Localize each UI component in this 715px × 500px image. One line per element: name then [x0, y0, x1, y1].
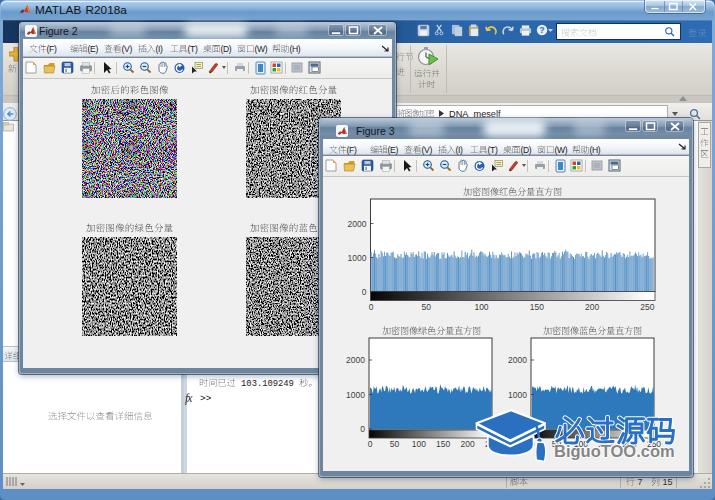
svg-text:BiguoTOO.com: BiguoTOO.com [554, 443, 675, 461]
